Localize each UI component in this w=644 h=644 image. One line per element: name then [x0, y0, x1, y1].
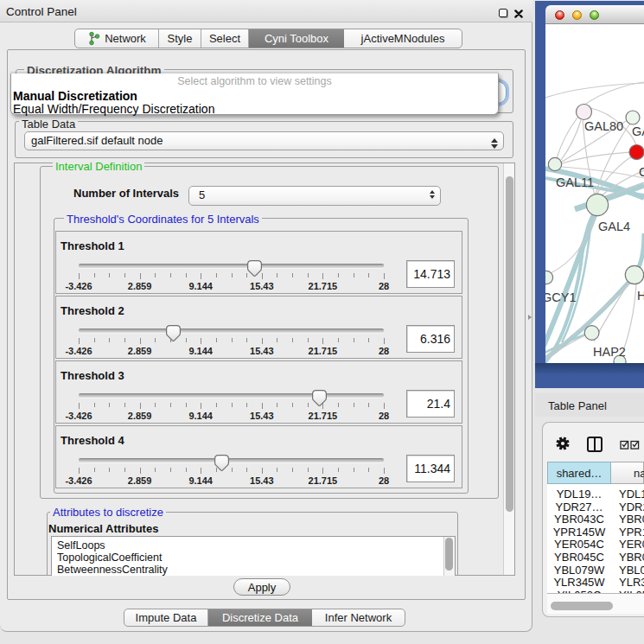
svg-text:GAL4: GAL4: [598, 220, 630, 233]
svg-text:HAP2: HAP2: [593, 345, 626, 359]
svg-text:GAL80: GAL80: [584, 119, 623, 133]
svg-text:C: C: [639, 165, 644, 179]
svg-text:GCY1: GCY1: [545, 290, 577, 304]
svg-text:H: H: [637, 289, 644, 303]
svg-text:GAL11: GAL11: [556, 175, 594, 189]
svg-text:GAL: GAL: [632, 124, 644, 138]
